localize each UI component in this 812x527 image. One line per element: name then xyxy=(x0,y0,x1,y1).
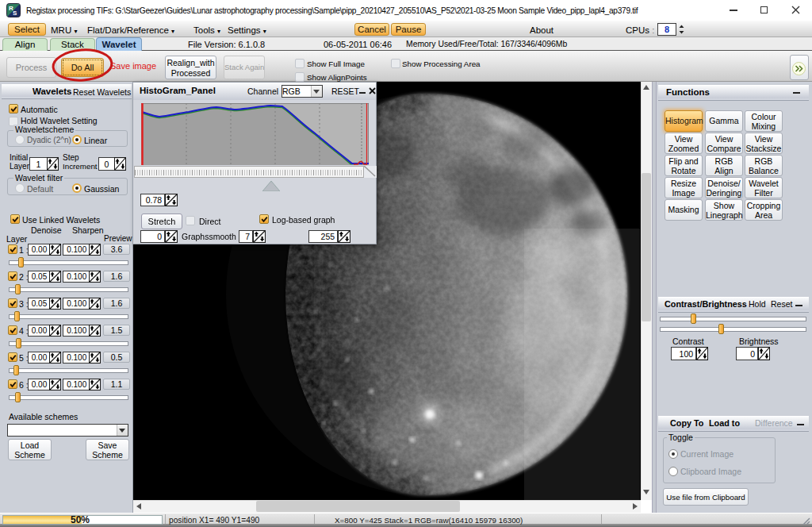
svg-text:S: S xyxy=(13,10,17,17)
